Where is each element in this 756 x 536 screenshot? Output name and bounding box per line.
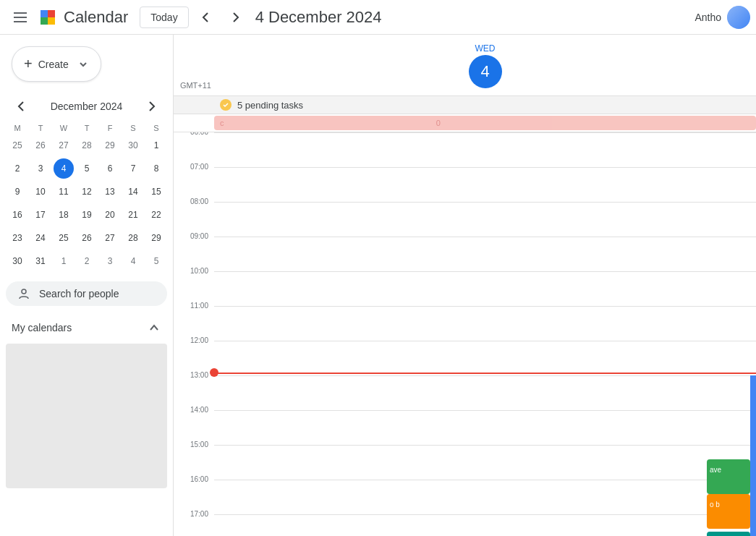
mini-cal-day-cell: 11 (52, 180, 75, 203)
mini-cal-day-cell: 9 (6, 180, 29, 203)
task-checkmark-icon (222, 101, 229, 109)
mini-cal-day[interactable]: 28 (77, 135, 97, 156)
mini-cal-day-cell: 5 (75, 157, 98, 180)
mini-cal-day[interactable]: 23 (7, 228, 27, 248)
mini-cal-day[interactable]: 30 (123, 135, 143, 156)
event-green-text: ave (710, 466, 721, 474)
mini-cal-day[interactable]: 14 (123, 182, 143, 202)
all-day-event-text2: 0 (436, 119, 441, 127)
all-day-events: c 0 (214, 114, 756, 132)
mini-cal-day[interactable]: 24 (30, 228, 51, 248)
time-slot[interactable] (214, 271, 756, 306)
mini-cal-day[interactable]: 16 (7, 205, 27, 225)
mini-cal-day[interactable]: 25 (54, 228, 74, 248)
mini-cal-day[interactable]: 8 (146, 158, 166, 179)
mini-cal-day[interactable]: 5 (77, 158, 97, 179)
pending-tasks-bar[interactable]: 5 pending tasks (214, 96, 756, 114)
time-slot[interactable] (214, 445, 756, 480)
mini-cal-day[interactable]: 3 (30, 158, 51, 179)
time-slot[interactable] (214, 306, 756, 341)
time-row: 09:00 (174, 237, 756, 271)
mini-cal-day[interactable]: 7 (123, 158, 143, 179)
mini-cal-day[interactable]: 13 (100, 182, 120, 202)
prev-button[interactable] (195, 6, 218, 29)
mini-cal-day-cell: 16 (6, 203, 29, 226)
mini-cal-day[interactable]: 11 (54, 182, 74, 202)
mini-cal-day[interactable]: 4 (123, 251, 143, 271)
gmt-label: GMT+11 (174, 41, 214, 90)
mini-cal-day[interactable]: 4 (54, 158, 74, 179)
event-blue-bar[interactable] (750, 375, 756, 536)
mini-cal-day[interactable]: 20 (100, 205, 120, 225)
time-slot[interactable] (214, 202, 756, 237)
mini-cal-day[interactable]: 31 (30, 251, 51, 271)
mini-cal-day[interactable]: 12 (77, 182, 97, 202)
mini-cal-day[interactable]: 10 (30, 182, 51, 202)
mini-cal-day[interactable]: 2 (77, 251, 97, 271)
event-teal[interactable]: oss (707, 532, 750, 536)
mini-cal-day[interactable]: 29 (100, 135, 120, 156)
create-label: Create (38, 59, 69, 70)
mini-cal-day-cell: 25 (6, 134, 29, 157)
mini-cal-day[interactable]: 15 (146, 182, 166, 202)
mini-cal-day[interactable]: 27 (54, 135, 74, 156)
mini-cal-day[interactable]: 1 (146, 135, 166, 156)
mini-cal-day[interactable]: 9 (7, 182, 27, 202)
mini-cal-day[interactable]: 21 (123, 205, 143, 225)
time-slot[interactable] (214, 132, 756, 167)
mini-cal-day[interactable]: 6 (100, 158, 120, 179)
chevron-right-icon (229, 11, 242, 24)
mini-cal-day-cell: 17 (29, 203, 52, 226)
mini-cal-day[interactable]: 3 (100, 251, 120, 271)
mini-calendar-title: December 2024 (51, 101, 123, 112)
time-slot[interactable] (214, 341, 756, 375)
mini-cal-weekday: M (6, 122, 29, 134)
mini-cal-day[interactable]: 22 (146, 205, 166, 225)
all-day-event-pink[interactable]: c 0 (214, 116, 756, 130)
mini-next-button[interactable] (141, 96, 161, 116)
google-calendar-logo (38, 7, 58, 27)
my-calendars-header[interactable]: My calendars (6, 315, 167, 341)
mini-cal-day[interactable]: 19 (77, 205, 97, 225)
time-slot[interactable] (214, 167, 756, 202)
mini-cal-weekday: F (98, 122, 122, 134)
create-button[interactable]: + Create (12, 46, 101, 82)
mini-chevron-left-icon (16, 101, 27, 112)
time-slot[interactable] (214, 410, 756, 445)
mini-cal-day-cell: 5 (145, 250, 168, 273)
pending-tasks-row: 5 pending tasks (174, 96, 756, 114)
svg-point-7 (22, 289, 26, 294)
mini-cal-day[interactable]: 17 (30, 205, 51, 225)
mini-cal-day[interactable]: 2 (7, 158, 27, 179)
svg-rect-4 (48, 10, 55, 17)
mini-cal-day-cell: 3 (98, 250, 122, 273)
time-slot[interactable] (214, 237, 756, 271)
event-green[interactable]: ave (707, 459, 750, 494)
mini-cal-day[interactable]: 28 (123, 228, 143, 248)
chevron-left-icon (200, 11, 213, 24)
header-left: Calendar (6, 3, 128, 32)
mini-cal-day[interactable]: 26 (30, 135, 51, 156)
time-slot[interactable] (214, 375, 756, 410)
search-people-text: Search for people (39, 288, 119, 299)
mini-cal-day[interactable]: 25 (7, 135, 27, 156)
calendar-view: GMT+11 WED 4 5 pending tasks (174, 35, 756, 536)
today-button[interactable]: Today (140, 7, 188, 28)
mini-cal-day[interactable]: 27 (100, 228, 120, 248)
mini-cal-day[interactable]: 18 (54, 205, 74, 225)
mini-cal-day[interactable]: 5 (146, 251, 166, 271)
time-slot[interactable] (214, 480, 756, 514)
hamburger-button[interactable] (6, 3, 35, 32)
avatar[interactable] (727, 6, 750, 29)
day-number[interactable]: 4 (469, 55, 502, 88)
mini-prev-button[interactable] (12, 96, 32, 116)
event-orange[interactable]: o b (707, 494, 750, 529)
mini-cal-day[interactable]: 30 (7, 251, 27, 271)
mini-cal-day[interactable]: 1 (54, 251, 74, 271)
time-slot[interactable] (214, 514, 756, 536)
mini-cal-day-cell: 2 (75, 250, 98, 273)
mini-cal-day[interactable]: 26 (77, 228, 97, 248)
search-people-button[interactable]: Search for people (6, 281, 167, 306)
mini-cal-day[interactable]: 29 (146, 228, 166, 248)
next-button[interactable] (224, 6, 247, 29)
